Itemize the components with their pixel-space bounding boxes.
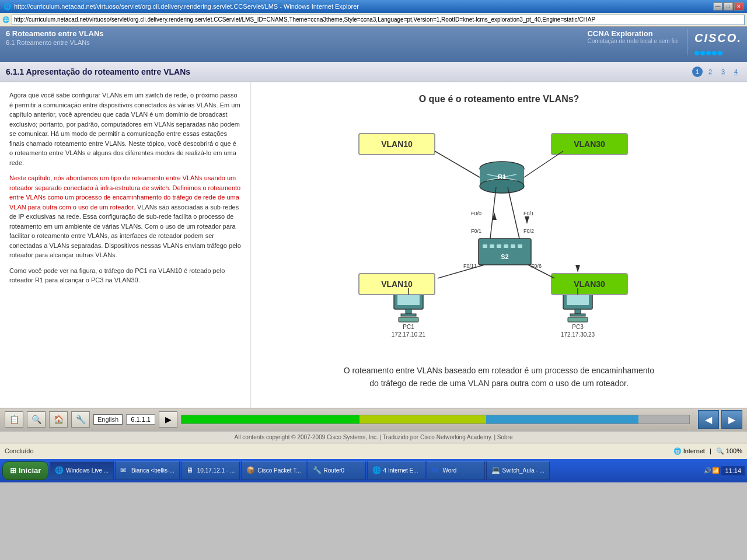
- svg-rect-12: [483, 244, 487, 248]
- window-controls[interactable]: — □ ✕: [713, 2, 743, 10]
- page-4[interactable]: 4: [731, 66, 741, 77]
- copyright-bar: All contents copyright © 2007-2009 Cisco…: [0, 431, 747, 443]
- internet-icon: 🌐: [673, 447, 682, 455]
- home-button[interactable]: 🏠: [49, 411, 68, 428]
- svg-text:F0/6: F0/6: [531, 263, 542, 269]
- settings-button[interactable]: 🔧: [71, 411, 90, 428]
- browser-titlebar: 🌐 http://curriculum.netacad.net/virtuoso…: [0, 0, 747, 13]
- svg-text:CISCO.: CISCO.: [694, 32, 741, 44]
- page-numbers[interactable]: 1 2 3 4: [692, 66, 741, 77]
- diagram-title: O que é o roteamento entre VLANs?: [419, 94, 580, 104]
- page-2[interactable]: 2: [705, 66, 715, 77]
- help-button[interactable]: 📋: [5, 411, 23, 428]
- svg-rect-28: [570, 314, 585, 316]
- language-button[interactable]: English: [93, 414, 123, 425]
- svg-rect-15: [504, 244, 508, 248]
- close-button[interactable]: ✕: [734, 2, 743, 10]
- status-bar: Concluído 🌐 Internet | 🔍 100%: [0, 443, 747, 459]
- minimize-button[interactable]: —: [713, 2, 722, 10]
- svg-rect-11: [479, 239, 531, 265]
- clock: 11:14: [721, 466, 745, 475]
- ccna-subtitle: Comutação de rede local e sem fio: [587, 38, 678, 44]
- search-button[interactable]: 🔍: [27, 411, 46, 428]
- cisco-packet-icon: 📦: [246, 466, 256, 475]
- svg-text:F0/1: F0/1: [471, 228, 481, 234]
- svg-rect-17: [518, 244, 522, 248]
- right-panel: O que é o roteamento entre VLANs? VLAN10…: [251, 82, 747, 408]
- internet-indicator: 🌐 Internet: [673, 447, 705, 455]
- page-3[interactable]: 3: [718, 66, 728, 77]
- svg-marker-44: [525, 216, 529, 224]
- chapter-title: 6 Roteamento entre VLANs: [6, 29, 104, 38]
- svg-line-38: [508, 187, 519, 239]
- svg-line-37: [490, 187, 496, 239]
- svg-rect-27: [575, 309, 581, 314]
- next-page-button[interactable]: ▶: [159, 411, 177, 428]
- svg-rect-21: [406, 309, 411, 314]
- svg-line-39: [438, 265, 484, 278]
- address-input[interactable]: [12, 15, 745, 25]
- left-panel: Agora que você sabe configurar VLANs em …: [0, 82, 251, 408]
- module-titles: 6 Roteamento entre VLANs 6.1 Roteamento …: [6, 29, 104, 46]
- svg-text:R1: R1: [498, 173, 506, 180]
- network-icon: 🖥: [186, 466, 196, 475]
- svg-text:F0/0: F0/0: [471, 211, 481, 216]
- internet-label: Internet: [683, 447, 705, 454]
- taskbar-item-windows-live[interactable]: 🌐 Windows Live ...: [50, 461, 114, 480]
- svg-text:F0/2: F0/2: [523, 228, 534, 234]
- start-button[interactable]: ⊞ Iniciar: [2, 461, 48, 480]
- taskbar-item-cisco-packet[interactable]: 📦 Cisco Packet T...: [241, 461, 306, 480]
- word-label: Word: [443, 467, 457, 474]
- maximize-button[interactable]: □: [724, 2, 733, 10]
- paragraph-1: Agora que você sabe configurar VLANs em …: [9, 90, 241, 167]
- ccna-brand: CCNA Exploration: [587, 29, 678, 38]
- svg-rect-22: [401, 314, 416, 316]
- nav-buttons[interactable]: ◀ ▶: [698, 410, 742, 429]
- page-1[interactable]: 1: [692, 66, 703, 77]
- svg-text:PC3: PC3: [572, 324, 584, 330]
- switch-label: Switch_Aula - ...: [502, 467, 544, 474]
- windows-live-label: Windows Live ...: [66, 467, 109, 474]
- taskbar-item-network[interactable]: 🖥 10.17.12.1 - ...: [181, 461, 240, 480]
- windows-logo: ⊞: [10, 466, 16, 475]
- browser-title: 🌐 http://curriculum.netacad.net/virtuoso…: [4, 3, 359, 10]
- page-indicator[interactable]: [126, 414, 155, 425]
- copyright-text: All contents copyright © 2007-2009 Cisco…: [234, 434, 512, 440]
- svg-line-35: [435, 151, 480, 177]
- paragraph-2-text: Neste capítulo, nós abordamos um tipo de…: [9, 174, 240, 211]
- taskbar-item-switch[interactable]: 💻 Switch_Aula - ...: [486, 461, 550, 480]
- address-icon: 🌐: [2, 16, 9, 23]
- taskbar: ⊞ Iniciar 🌐 Windows Live ... ✉ Bianca <b…: [0, 459, 747, 482]
- progress-green: [181, 415, 359, 424]
- progress-blue: [486, 415, 638, 424]
- taskbar-item-internet[interactable]: 🌐 4 Internet E...: [367, 461, 425, 480]
- module-header: 6 Roteamento entre VLANs 6.1 Roteamento …: [0, 27, 747, 62]
- paragraph-2: Neste capítulo, nós abordamos um tipo de…: [9, 173, 241, 260]
- status-right: 🌐 Internet | 🔍 100%: [673, 447, 742, 455]
- page-title: 6.1.1 Apresentação do roteamento entre V…: [6, 67, 190, 76]
- router0-icon: 🔧: [313, 466, 322, 475]
- diagram-area: VLAN10 VLAN30 R1: [336, 116, 662, 349]
- start-label: Iniciar: [19, 466, 41, 475]
- bottom-toolbar: 📋 🔍 🏠 🔧 English ▶ ◀ ▶: [0, 408, 747, 431]
- network-label: 10.17.12.1 - ...: [197, 467, 235, 474]
- prev-button[interactable]: ◀: [698, 410, 719, 429]
- taskbar-item-router0[interactable]: 🔧 Router0: [308, 461, 366, 480]
- bianca-label: Bianca <bellis-...: [131, 467, 174, 474]
- taskbar-item-word[interactable]: W Word: [427, 461, 485, 480]
- svg-text:VLAN30: VLAN30: [574, 279, 605, 289]
- tray-icons: 🔊 📶: [704, 467, 720, 474]
- browser-favicon: 🌐: [4, 3, 12, 10]
- svg-line-36: [524, 151, 563, 177]
- internet-e-icon: 🌐: [372, 466, 382, 475]
- separator: |: [710, 447, 711, 454]
- main-content: Agora que você sabe configurar VLANs em …: [0, 82, 747, 408]
- router0-label: Router0: [324, 467, 345, 474]
- section-title: 6.1 Roteamento entre VLANs: [6, 39, 104, 46]
- taskbar-item-bianca[interactable]: ✉ Bianca <bellis-...: [115, 461, 180, 480]
- forward-button[interactable]: ▶: [721, 410, 742, 429]
- svg-text:F0/11: F0/11: [463, 263, 477, 269]
- svg-marker-45: [575, 265, 580, 272]
- svg-text:172.17.10.21: 172.17.10.21: [392, 331, 426, 338]
- internet-e-label: 4 Internet E...: [383, 467, 418, 474]
